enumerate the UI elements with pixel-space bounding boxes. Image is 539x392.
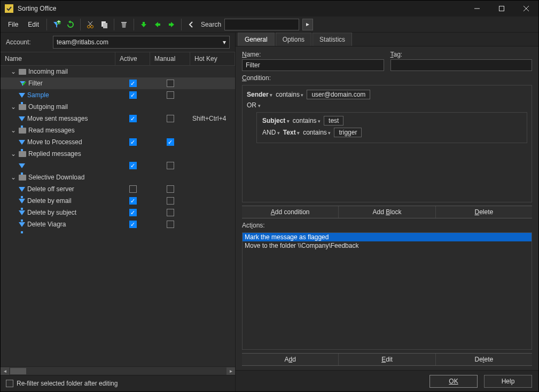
manual-checkbox[interactable] [167, 138, 174, 146]
cond-and[interactable]: AND [262, 129, 280, 136]
action-row[interactable]: Move to the folder \\Company\Feedback [243, 241, 532, 250]
tab-statistics[interactable]: Statistics [313, 33, 352, 46]
chevron-down-icon[interactable]: ⌄ [10, 68, 17, 75]
svg-rect-13 [121, 22, 127, 23]
cond-value-3[interactable]: trigger [334, 128, 362, 137]
delete-condition-button[interactable]: Delete [436, 206, 532, 218]
tree-rule[interactable]: Move to Processed [1, 136, 235, 148]
tree-group[interactable]: ⌄Outgoing mail [1, 101, 235, 113]
cond-or[interactable]: OR [247, 101, 261, 109]
name-input[interactable] [242, 59, 384, 71]
help-button[interactable]: Help [484, 375, 532, 388]
active-checkbox[interactable] [129, 197, 137, 205]
tab-options[interactable]: Options [276, 33, 311, 46]
tree-rule[interactable] [1, 160, 235, 171]
tree-rule[interactable]: Sample [1, 89, 235, 101]
active-checkbox[interactable] [129, 138, 137, 146]
refilter-checkbox[interactable] [6, 380, 13, 387]
tree-rule[interactable]: Delete by email [1, 195, 235, 207]
separator [134, 19, 134, 30]
tab-general[interactable]: General [238, 33, 275, 46]
maximize-button[interactable] [489, 1, 514, 17]
arrow-right-icon[interactable] [165, 18, 178, 31]
back-icon[interactable] [185, 18, 198, 31]
col-name[interactable]: Name [1, 52, 115, 65]
condition-box[interactable]: Sender contains user@domain.com OR Subje… [242, 85, 532, 202]
menu-edit[interactable]: Edit [24, 19, 43, 30]
cond-op-contains3[interactable]: contains [303, 129, 331, 136]
refresh-icon[interactable] [64, 18, 77, 31]
cond-value-2[interactable]: test [324, 116, 343, 126]
new-filter-icon[interactable]: + [50, 18, 63, 31]
chevron-down-icon[interactable]: ⌄ [10, 174, 17, 181]
active-checkbox[interactable] [129, 209, 137, 216]
tree-rule[interactable]: Delete Viagra [1, 218, 235, 230]
scroll-right-icon[interactable]: ▸ [226, 367, 235, 375]
chevron-down-icon[interactable]: ⌄ [10, 127, 17, 134]
active-checkbox[interactable] [129, 185, 137, 193]
delete-action-button[interactable]: Delete [436, 354, 532, 365]
close-button[interactable] [514, 1, 538, 17]
col-manual[interactable]: Manual [150, 52, 190, 65]
chevron-down-icon[interactable]: ⌄ [10, 103, 17, 111]
titlebar[interactable]: Sorting Office [1, 1, 538, 17]
minimize-button[interactable] [465, 1, 489, 17]
ok-button[interactable]: OK [429, 375, 478, 388]
tree-group[interactable]: ⌄Incoming mail [1, 66, 235, 77]
search-input[interactable] [224, 19, 299, 30]
edit-action-button[interactable]: Edit [339, 354, 435, 365]
manual-checkbox[interactable] [167, 80, 174, 87]
cond-field-text[interactable]: Text [283, 129, 300, 136]
tree-rule[interactable]: Delete off server [1, 183, 235, 195]
tree-group[interactable]: ⌄Replied messages [1, 148, 235, 160]
cond-field-subject[interactable]: Subject [262, 117, 290, 124]
manual-checkbox[interactable] [167, 185, 174, 193]
cond-op-contains2[interactable]: contains [293, 117, 321, 124]
add-action-button[interactable]: Add [242, 354, 339, 365]
active-checkbox[interactable] [129, 115, 137, 122]
scroll-left-icon[interactable]: ◂ [1, 367, 9, 375]
scroll-thumb[interactable] [10, 368, 26, 374]
cond-value-1[interactable]: user@domain.com [307, 90, 370, 99]
cond-op-contains[interactable]: contains [276, 91, 303, 98]
cut-icon[interactable] [84, 18, 97, 31]
action-row[interactable]: Mark the message as flagged [243, 233, 532, 241]
arrow-left-icon[interactable] [151, 18, 164, 31]
manual-checkbox[interactable] [167, 221, 174, 228]
account-dropdown[interactable]: team@ritlabs.com ▾ [53, 36, 230, 49]
account-value: team@ritlabs.com [57, 38, 108, 46]
manual-checkbox[interactable] [167, 209, 174, 216]
tree-label: Delete Viagra [27, 221, 66, 228]
delete-icon[interactable] [118, 18, 130, 31]
cond-field-sender[interactable]: Sender [247, 91, 272, 98]
active-checkbox[interactable] [129, 221, 137, 228]
add-block-button[interactable]: Add Block [339, 206, 435, 218]
manual-checkbox[interactable] [167, 197, 174, 205]
active-checkbox[interactable] [129, 80, 137, 87]
copy-icon[interactable] [98, 18, 111, 31]
tree-group[interactable]: ⌄Selective Download [1, 171, 235, 183]
col-active[interactable]: Active [115, 52, 150, 65]
tree-group[interactable]: ⌄Read messages [1, 124, 235, 136]
search-go-button[interactable] [302, 19, 313, 30]
actions-list[interactable]: Mark the message as flaggedMove to the f… [242, 232, 532, 350]
tree-rule[interactable]: Move sent messagesShift+Ctrl+4 [1, 113, 235, 124]
tree-rule[interactable]: Delete by subject [1, 207, 235, 218]
name-label: Name: [242, 51, 384, 58]
manual-checkbox[interactable] [167, 162, 174, 169]
horizontal-scrollbar[interactable]: ◂ ▸ [1, 366, 235, 375]
actions-label: Actions: [242, 222, 532, 229]
col-hotkey[interactable]: Hot Key [190, 52, 235, 65]
manual-checkbox[interactable] [167, 91, 174, 99]
folder-icon [19, 69, 26, 75]
arrow-down-icon[interactable] [137, 18, 150, 31]
tag-input[interactable] [390, 59, 533, 71]
filter-tree[interactable]: ⌄Incoming mailFilterSample⌄Outgoing mail… [1, 66, 235, 366]
menu-file[interactable]: File [4, 19, 22, 30]
add-condition-button[interactable]: Add condition [242, 206, 339, 218]
active-checkbox[interactable] [129, 162, 137, 169]
tree-rule[interactable]: Filter [1, 77, 235, 89]
active-checkbox[interactable] [129, 91, 137, 99]
manual-checkbox[interactable] [167, 115, 174, 122]
chevron-down-icon[interactable]: ⌄ [10, 150, 17, 158]
